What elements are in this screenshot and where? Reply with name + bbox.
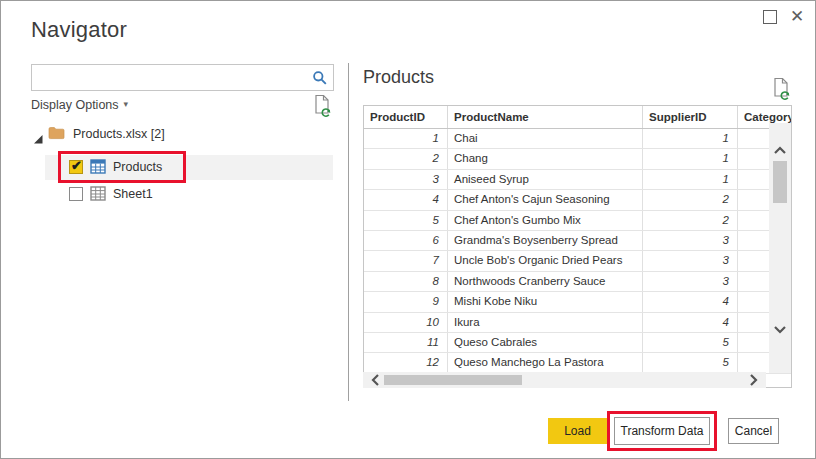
cell-supplier-id: 1 <box>643 129 738 148</box>
cell-product-id: 6 <box>364 231 448 250</box>
table-row: 12Queso Manchego La Pastora5 <box>364 353 791 373</box>
table-row: 1Chai1 <box>364 129 791 149</box>
cell-product-id: 11 <box>364 333 448 352</box>
cell-supplier-id: 5 <box>643 353 738 372</box>
panel-divider <box>348 63 349 401</box>
table-row: 2Chang1 <box>364 149 791 169</box>
search-input[interactable] <box>34 66 310 89</box>
column-header-productname[interactable]: ProductName <box>448 106 643 128</box>
table-icon <box>90 159 106 178</box>
cell-supplier-id: 3 <box>643 251 738 270</box>
search-box <box>31 64 334 91</box>
checkbox-products[interactable]: ✔ <box>69 160 83 174</box>
sheet-icon <box>90 186 106 205</box>
cell-product-name: Queso Cabrales <box>448 333 643 352</box>
table-header: ProductID ProductName SupplierID Categor… <box>364 106 791 129</box>
tree-item-products[interactable]: Products <box>113 160 162 174</box>
cell-product-id: 5 <box>364 211 448 230</box>
cell-supplier-id: 4 <box>643 313 738 332</box>
table-row: 11Queso Cabrales5 <box>364 333 791 353</box>
cell-product-id: 3 <box>364 170 448 189</box>
table-row: 7Uncle Bob's Organic Dried Pears3 <box>364 251 791 271</box>
cell-supplier-id: 2 <box>643 190 738 209</box>
maximize-icon[interactable] <box>763 10 777 24</box>
cell-product-name: Chef Anton's Cajun Seasoning <box>448 190 643 209</box>
folder-icon <box>48 126 65 144</box>
horizontal-scroll-thumb[interactable] <box>384 375 522 385</box>
preview-title: Products <box>363 67 434 88</box>
cell-product-name: Chang <box>448 149 643 168</box>
table-row: 6Grandma's Boysenberry Spread3 <box>364 231 791 251</box>
cell-product-name: Uncle Bob's Organic Dried Pears <box>448 251 643 270</box>
cell-product-id: 12 <box>364 353 448 372</box>
transform-data-button[interactable]: Transform Data <box>614 417 710 445</box>
cell-supplier-id: 2 <box>643 211 738 230</box>
tree-item-sheet1[interactable]: Sheet1 <box>113 187 153 201</box>
table-row: 9Mishi Kobe Niku4 <box>364 292 791 312</box>
scroll-up-icon[interactable] <box>773 141 787 159</box>
close-icon[interactable]: ✕ <box>790 6 804 28</box>
table-row: 8Northwoods Cranberry Sauce3 <box>364 272 791 292</box>
cell-product-id: 8 <box>364 272 448 291</box>
cell-product-name: Chef Anton's Gumbo Mix <box>448 211 643 230</box>
check-icon: ✔ <box>71 158 82 173</box>
checkbox-sheet1[interactable] <box>69 187 83 201</box>
scroll-right-icon[interactable] <box>749 373 759 391</box>
cell-product-name: Queso Manchego La Pastora <box>448 353 643 372</box>
cell-product-name: Northwoods Cranberry Sauce <box>448 272 643 291</box>
cell-product-name: Chai <box>448 129 643 148</box>
cell-product-id: 9 <box>364 292 448 311</box>
refresh-preview-icon[interactable] <box>771 77 791 105</box>
tree-expander-icon[interactable] <box>34 130 43 148</box>
cell-product-id: 1 <box>364 129 448 148</box>
display-options-label: Display Options <box>31 98 119 112</box>
refresh-icon[interactable] <box>312 94 332 122</box>
cell-supplier-id: 1 <box>643 170 738 189</box>
cell-supplier-id: 5 <box>643 333 738 352</box>
horizontal-scrollbar[interactable] <box>363 372 766 388</box>
chevron-down-icon: ▾ <box>124 99 129 109</box>
cell-product-id: 2 <box>364 149 448 168</box>
cell-product-name: Grandma's Boysenberry Spread <box>448 231 643 250</box>
cell-product-name: Aniseed Syrup <box>448 170 643 189</box>
cell-supplier-id: 3 <box>643 231 738 250</box>
cell-supplier-id: 1 <box>643 149 738 168</box>
column-header-productid[interactable]: ProductID <box>364 106 448 128</box>
tree-item-workbook[interactable]: Products.xlsx [2] <box>73 127 165 141</box>
search-icon[interactable] <box>312 70 328 90</box>
column-header-supplierid[interactable]: SupplierID <box>643 106 738 128</box>
vertical-scroll-thumb[interactable] <box>773 161 787 203</box>
table-row: 3Aniseed Syrup1 <box>364 170 791 190</box>
scroll-down-icon[interactable] <box>773 321 787 339</box>
table-row: 10Ikura4 <box>364 313 791 333</box>
table-body: 1Chai12Chang13Aniseed Syrup14Chef Anton'… <box>364 129 791 374</box>
cancel-button[interactable]: Cancel <box>728 418 779 444</box>
cell-product-id: 4 <box>364 190 448 209</box>
table-row: 5Chef Anton's Gumbo Mix2 <box>364 211 791 231</box>
cell-supplier-id: 3 <box>643 272 738 291</box>
preview-table: ProductID ProductName SupplierID Categor… <box>363 105 792 388</box>
vertical-scrollbar[interactable] <box>769 123 791 373</box>
navigator-dialog: ✕ Navigator Display Options▾ Products.x <box>0 0 816 459</box>
cell-product-id: 7 <box>364 251 448 270</box>
table-row: 4Chef Anton's Cajun Seasoning2 <box>364 190 791 210</box>
scroll-left-icon[interactable] <box>370 373 380 391</box>
cell-supplier-id: 4 <box>643 292 738 311</box>
load-button[interactable]: Load <box>548 418 607 444</box>
dialog-title: Navigator <box>31 17 127 43</box>
cell-product-id: 10 <box>364 313 448 332</box>
cell-product-name: Ikura <box>448 313 643 332</box>
cell-product-name: Mishi Kobe Niku <box>448 292 643 311</box>
display-options-dropdown[interactable]: Display Options▾ <box>31 98 128 112</box>
